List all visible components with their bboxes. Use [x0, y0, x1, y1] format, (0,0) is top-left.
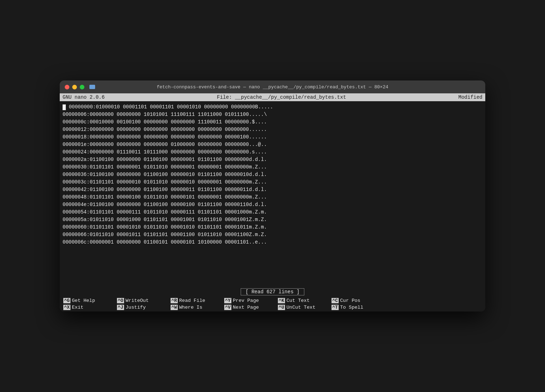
ascii: d.d.l.: [249, 156, 267, 163]
shortcut-label: Get Help: [72, 298, 95, 303]
shortcut-item[interactable]: ^TTo Spell: [329, 304, 383, 311]
shortcut-label: UnCut Text: [286, 305, 315, 310]
editor-line: 00000000: 01000010 00001101 00001101 000…: [60, 103, 485, 111]
shortcut-item[interactable]: ^GGet Help: [61, 297, 115, 304]
hex: 00000000 00000000 00000000 00000000 0000…: [90, 126, 249, 133]
addr: 00000012:: [63, 126, 90, 133]
shortcut-key: ^Y: [224, 298, 231, 303]
minimize-button[interactable]: [72, 85, 77, 89]
ascii: Z.m.Z.: [249, 216, 267, 224]
titlebar: fetch-connpass-events-and-save — nano __…: [60, 80, 485, 93]
ascii: d.d.l.: [249, 186, 267, 193]
editor-line: 0000001e: 00000000 00000000 00000000 010…: [60, 141, 485, 148]
ascii: m.Z.m.: [249, 209, 267, 216]
shortcut-key: ^O: [117, 298, 124, 303]
editor-line: 00000054: 01101101 00000111 01011010 000…: [60, 209, 485, 216]
hex: 00000000 00000000 10101001 11100111 1101…: [90, 111, 249, 118]
hex: 01011010 00001011 01101101 00001100 0101…: [90, 231, 249, 239]
editor-line: 00000030: 01101101 00000001 01011010 000…: [60, 163, 485, 171]
shortcut-item[interactable]: ^RRead File: [168, 297, 222, 304]
hex: 01101101 00001010 01011010 00001010 0110…: [90, 224, 249, 231]
editor-line: 00000060: 01101101 00001010 01011010 000…: [60, 224, 485, 231]
hex: 01101101 00000001 01011010 00000001 0000…: [90, 163, 249, 171]
status-bar: [ Read 627 lines ]: [60, 287, 485, 297]
shortcut-key: ^C: [332, 298, 339, 303]
maximize-button[interactable]: [80, 85, 84, 89]
ascii: Z.m.Z.: [249, 231, 267, 239]
shortcut-item[interactable]: ^JJustify: [115, 304, 168, 311]
ascii: d.d.l.: [249, 171, 267, 178]
shortcut-label: Prev Page: [233, 298, 259, 303]
hex: 00000000 00000000 00000000 00000000 0000…: [90, 133, 249, 141]
addr: 00000024:: [63, 148, 90, 156]
terminal-window: fetch-connpass-events-and-save — nano __…: [60, 80, 485, 312]
shortcut-key: ^K: [278, 298, 285, 303]
ascii: d.d.l.: [249, 201, 267, 209]
shortcut-label: Cur Pos: [340, 298, 360, 303]
shortcut-label: Where Is: [179, 305, 202, 310]
window-title: fetch-connpass-events-and-save — nano __…: [157, 84, 388, 90]
shortcut-item[interactable]: ^WWhere Is: [168, 304, 222, 311]
shortcut-key: ^W: [171, 305, 178, 310]
hex: 01101101 00000111 01011010 00000111 0110…: [90, 209, 249, 216]
shortcut-label: Exit: [72, 305, 83, 310]
shortcut-item[interactable]: ^VNext Page: [222, 304, 276, 311]
shortcut-item[interactable]: ^YPrev Page: [222, 297, 276, 304]
shortcut-label: Next Page: [233, 305, 259, 310]
hex: 01011010 00001000 01101101 00001001 0101…: [90, 216, 249, 224]
shortcut-label: Read File: [179, 298, 205, 303]
addr: 00000036:: [63, 171, 90, 178]
editor-line: 0000005a: 01011010 00001000 01101101 000…: [60, 216, 485, 224]
shortcut-item[interactable]: ^KCut Text: [276, 297, 329, 304]
editor-line: 00000048: 01101101 00000100 01011010 000…: [60, 193, 485, 201]
ascii: ......: [249, 133, 267, 141]
hex: 01100100 00000000 01100100 00000001 0110…: [90, 156, 249, 163]
shortcut-key: ^T: [332, 305, 339, 310]
editor-line: 00000036: 01100100 00000000 01100100 000…: [60, 171, 485, 178]
ascii: .$....: [249, 118, 267, 126]
editor-area[interactable]: 00000000: 01000010 00001101 00001101 000…: [60, 101, 485, 287]
addr: 00000018:: [63, 133, 90, 141]
shortcut-label: WriteOut: [126, 298, 149, 303]
ascii: ..e...: [249, 239, 267, 246]
addr: 00000060:: [63, 224, 90, 231]
nano-filename: File: __pycache__/py_compile/read_bytes.…: [105, 94, 458, 100]
shortcut-key: ^G: [63, 298, 70, 303]
shortcut-item[interactable]: ^XExit: [61, 304, 115, 311]
addr: 0000005a:: [63, 216, 90, 224]
shortcut-row-2: ^XExit^JJustify^WWhere Is^VNext Page^UUn…: [61, 304, 484, 311]
addr: 00000048:: [63, 193, 90, 201]
shortcut-row-1: ^GGet Help^OWriteOut^RRead File^YPrev Pa…: [61, 297, 484, 304]
addr: 00000000:: [66, 103, 96, 111]
editor-line: 0000000c: 00010000 00100100 00000000 000…: [60, 118, 485, 126]
hex: 01100100 00000000 01100100 00000100 0110…: [90, 201, 249, 209]
ascii: ......: [249, 126, 267, 133]
hex: 01100100 00000000 01100100 00000011 0110…: [90, 186, 249, 193]
close-button[interactable]: [65, 85, 69, 89]
hex: 01101101 00000010 01011010 00000010 0000…: [90, 178, 249, 186]
ascii: m.Z...: [249, 193, 267, 201]
addr: 00000006:: [63, 111, 90, 118]
addr: 0000006c:: [63, 239, 90, 246]
status-message: [ Read 627 lines ]: [241, 288, 304, 295]
shortcut-bar: ^GGet Help^OWriteOut^RRead File^YPrev Pa…: [60, 297, 485, 312]
editor-line: 00000012: 00000000 00000000 00000000 000…: [60, 126, 485, 133]
hex: 00000000 01110011 10111000 00000000 0000…: [90, 148, 249, 156]
shortcut-item[interactable]: ^OWriteOut: [115, 297, 168, 304]
editor-line: 00000018: 00000000 00000000 00000000 000…: [60, 133, 485, 141]
cursor: [63, 104, 66, 110]
folder-icon: [89, 85, 95, 89]
addr: 0000004e:: [63, 201, 90, 209]
editor-line: 00000042: 01100100 00000000 01100100 000…: [60, 186, 485, 193]
shortcut-key: ^V: [224, 305, 231, 310]
addr: 00000066:: [63, 231, 90, 239]
hex: 00000001 00000000 01100101 00000101 1010…: [90, 239, 249, 246]
editor-line: 00000024: 00000000 01110011 10111000 000…: [60, 148, 485, 156]
addr: 0000001e:: [63, 141, 90, 148]
shortcut-item[interactable]: ^CCur Pos: [329, 297, 383, 304]
shortcut-item[interactable]: ^UUnCut Text: [276, 304, 329, 311]
nano-version: GNU nano 2.0.6: [63, 94, 105, 100]
editor-line: 0000002a: 01100100 00000000 01100100 000…: [60, 156, 485, 163]
addr: 00000030:: [63, 163, 90, 171]
shortcut-label: Cut Text: [286, 298, 310, 303]
